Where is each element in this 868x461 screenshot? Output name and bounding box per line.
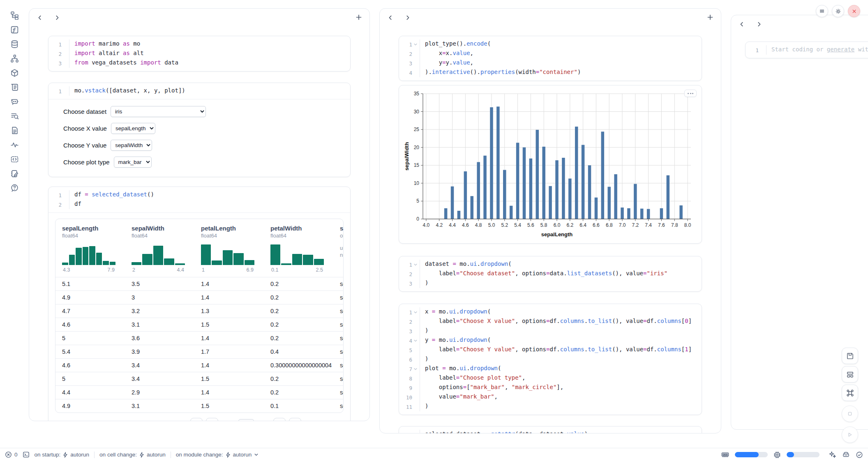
first-page-button[interactable] [190,418,203,421]
collapse-right-icon[interactable] [756,21,762,28]
dropdown-choose-dataset[interactable]: iris [111,106,206,117]
fold-chevron-icon [412,402,418,411]
stop-icon[interactable] [842,406,858,422]
last-page-button[interactable] [289,418,301,421]
dropdown-choose-plot-type[interactable]: mark_bar [114,157,152,168]
table-cell: 3.1 [125,321,194,328]
table-cell: 0.2 [264,389,333,396]
fold-chevron-icon [62,49,68,58]
line-number: 3 [399,58,412,68]
vstack-cell[interactable]: 1mo.vstack([dataset, x, y, plot]) Choose… [48,83,351,177]
fold-chevron-icon[interactable] [412,39,418,49]
column-header-petalWidth[interactable]: petalWidthfloat640.12.5 [264,225,333,277]
tracing-icon[interactable] [10,140,19,150]
help-icon[interactable] [10,183,19,193]
generate-with-ai-link[interactable]: generate [827,46,854,53]
code-line: 1plot_type().encode( [399,39,697,49]
collapse-left-icon[interactable] [37,14,43,21]
save-icon[interactable] [842,348,858,364]
add-cell-icon[interactable] [707,14,713,21]
file-tree-icon[interactable] [10,11,19,20]
functions-icon[interactable] [10,25,19,35]
line-number: 2 [48,200,62,209]
collapse-right-icon[interactable] [404,14,411,21]
column-header-species[interactable]: speciesobjectunique:nulls: [333,225,344,277]
dependency-graph-icon[interactable] [10,54,19,63]
runtime-setting[interactable]: on cell change:autorun [99,452,166,458]
chart-menu-icon[interactable] [684,90,697,97]
fold-chevron-icon[interactable] [412,307,418,317]
table-cell: 0.2 [264,281,333,287]
datasources-icon[interactable] [10,39,19,49]
table-row: 53.61.40.2setosa [55,331,344,345]
dataset-dropdown-cell[interactable]: 1dataset = mo.ui.dropdown(2 label="Choos… [399,256,702,292]
table-cell: 0.2 [264,294,333,301]
terminal-icon[interactable] [23,451,30,458]
column-header-petalLength[interactable]: petalLengthfloat6416.9 [194,225,264,277]
chart-code-cell[interactable]: 1plot_type().encode(2 x=x.value,3 y=y.va… [399,36,702,81]
xy-plot-dropdown-cell[interactable]: 1x = mo.ui.dropdown(2 label="Choose X va… [399,304,702,415]
fold-chevron-icon[interactable] [412,364,418,373]
code-line: 5 label="Choose Y value", options=df.col… [399,345,697,355]
table-cell: 3.9 [125,348,194,355]
runtime-setting[interactable]: on startup:autorun [35,452,90,458]
fold-chevron-icon [412,58,418,68]
line-number: 8 [399,373,412,383]
errors-badge[interactable]: 0 [5,451,18,458]
collapse-left-icon[interactable] [387,14,394,21]
column-header-sepalLength[interactable]: sepalLengthfloat644.37.9 [55,225,125,277]
fold-chevron-icon[interactable] [412,336,418,345]
empty-cell[interactable]: 1 Start coding or generate with AI [745,41,868,58]
line-number: 1 [399,39,412,49]
settings-gear-icon[interactable] [832,5,844,17]
copilot-icon[interactable] [842,451,850,459]
logs-icon[interactable] [10,83,19,92]
layout-icon[interactable] [842,366,858,383]
svg-text:5.6: 5.6 [527,222,534,228]
line-number: 1 [399,307,412,317]
fold-chevron-icon [412,373,418,383]
line-number: 1 [48,190,62,200]
dataframe-cell[interactable]: 1df = selected_dataset()2df sepalLengthf… [48,187,351,421]
chart-output-cell: 4.04.24.44.64.85.05.25.45.65.86.06.26.46… [399,85,702,244]
keyboard-shortcuts-icon[interactable] [842,385,858,401]
prev-page-button[interactable] [206,418,218,421]
svg-text:4.2: 4.2 [436,222,443,228]
collapse-left-icon[interactable] [739,21,745,28]
outline-search-icon[interactable] [10,111,19,121]
cpu-usage-meter [787,452,820,457]
table-row: 4.73.21.30.2setosa [55,304,344,318]
selected-dataset-cell[interactable]: 1selected_dataset = getattr(data, datase… [399,426,702,433]
altair-bar-chart[interactable]: 4.04.24.44.64.85.05.25.45.65.86.06.26.46… [399,85,702,243]
dropdown-choose-x-value[interactable]: sepalLength [111,123,155,134]
menu-icon[interactable] [816,5,828,17]
runtime-setting[interactable]: on module change:autorun [176,452,259,458]
right-panel-nav [731,15,868,33]
table-cell: 0.2 [264,335,333,341]
scratchpad-icon[interactable] [10,169,19,178]
dropdown-choose-y-value[interactable]: sepalWidth [111,140,152,151]
imports-cell[interactable]: 1import marimo as mo2import altair as al… [48,36,351,71]
connection-status-icon[interactable] [856,451,863,459]
cpu-icon [773,451,781,459]
ai-sparkles-icon[interactable] [829,451,836,459]
svg-text:0: 0 [416,216,419,222]
add-cell-icon[interactable] [356,14,362,21]
ai-chat-icon[interactable] [10,97,19,106]
code-text: import altair as alt [69,49,346,58]
snippets-icon[interactable] [10,154,19,164]
packages-icon[interactable] [10,68,19,78]
shutdown-close-icon[interactable] [848,5,860,17]
search-icon[interactable] [62,421,69,422]
table-row: 5.13.51.40.2setosa [55,277,344,290]
next-page-button[interactable] [273,418,286,421]
documentation-icon[interactable] [10,126,19,135]
download-button[interactable]: Download [305,421,336,421]
column-header-sepalWidth[interactable]: sepalWidthfloat6424.4 [125,225,194,277]
fold-chevron-icon[interactable] [412,260,418,269]
page-select[interactable]: 1 [238,419,254,422]
collapse-right-icon[interactable] [54,14,60,21]
table-cell: 3 [125,294,194,301]
divider [94,452,95,458]
run-all-icon[interactable] [842,426,858,443]
